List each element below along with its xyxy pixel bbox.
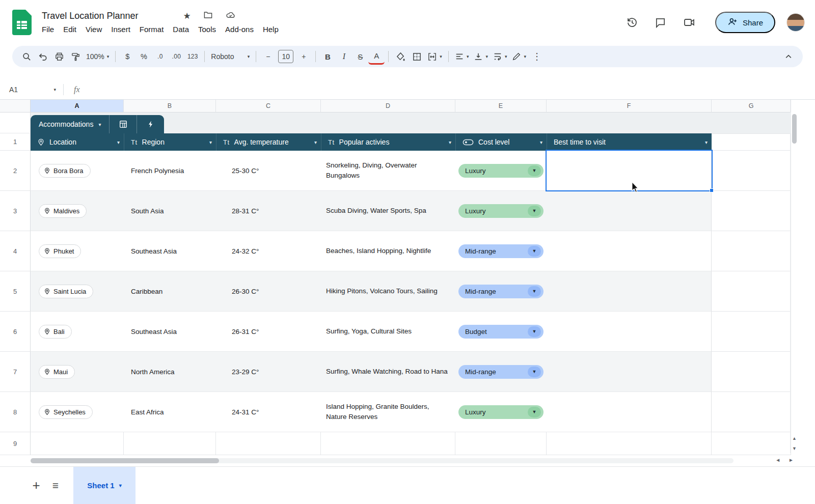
- cell-temperature[interactable]: 25-30 C°: [216, 151, 321, 191]
- sheets-logo-icon[interactable]: [12, 10, 32, 35]
- empty-cell[interactable]: [31, 432, 124, 455]
- all-sheets-icon[interactable]: ≡: [46, 467, 65, 504]
- cell-region[interactable]: Southeast Asia: [124, 231, 216, 271]
- vertical-scrollbar-thumb[interactable]: [792, 114, 797, 144]
- row-header-9[interactable]: 9: [0, 432, 31, 455]
- cell-best-time[interactable]: [547, 352, 712, 392]
- document-title[interactable]: Travel Location Planner: [42, 11, 138, 21]
- cell-col-g[interactable]: [712, 151, 791, 191]
- cell-activities[interactable]: Island Hopping, Granite Boulders, Nature…: [321, 392, 455, 432]
- location-chip[interactable]: Maui: [39, 365, 75, 379]
- table-header-avg-temperature[interactable]: TtAvg. temperature▾: [216, 133, 321, 151]
- table-header-best-time-to-visit[interactable]: Best time to visit▾: [547, 133, 712, 151]
- column-header-F[interactable]: F: [547, 100, 712, 113]
- menu-view[interactable]: View: [81, 24, 106, 35]
- row-header-7[interactable]: 7: [0, 352, 31, 392]
- row-header-4[interactable]: 4: [0, 231, 31, 271]
- empty-cell[interactable]: [547, 432, 712, 455]
- empty-cell[interactable]: [321, 432, 455, 455]
- share-button[interactable]: Share: [715, 12, 775, 33]
- location-chip[interactable]: Phuket: [39, 244, 81, 258]
- horizontal-align-button[interactable]: ▾: [452, 48, 472, 65]
- column-header-G[interactable]: G: [712, 100, 791, 113]
- cell-location[interactable]: Bali: [31, 312, 124, 352]
- header-row-col-g[interactable]: [712, 133, 791, 151]
- cell-location[interactable]: Seychelles: [31, 392, 124, 432]
- cell-location[interactable]: Saint Lucia: [31, 271, 124, 312]
- comments-icon[interactable]: [649, 11, 672, 34]
- cell-best-time[interactable]: [547, 271, 712, 312]
- vertical-align-button[interactable]: ▾: [471, 48, 491, 65]
- collapse-toolbar-icon[interactable]: [780, 48, 797, 65]
- cell-region[interactable]: North America: [124, 352, 216, 392]
- cost-level-dropdown[interactable]: Luxury ▼: [458, 164, 544, 178]
- row-header-5[interactable]: 5: [0, 271, 31, 312]
- cell-location[interactable]: Bora Bora: [31, 151, 124, 191]
- menu-tools[interactable]: Tools: [194, 24, 221, 35]
- cost-level-dropdown[interactable]: Luxury ▼: [458, 405, 544, 419]
- merge-cells-button[interactable]: ▾: [425, 48, 445, 65]
- bold-button[interactable]: B: [319, 48, 336, 65]
- cell-temperature[interactable]: 28-31 C°: [216, 191, 321, 231]
- empty-cell[interactable]: [455, 432, 547, 455]
- cell-region[interactable]: Southeast Asia: [124, 312, 216, 352]
- cost-level-dropdown[interactable]: Mid-range ▼: [458, 244, 544, 258]
- decrease-decimal-button[interactable]: .0: [152, 48, 168, 65]
- location-chip[interactable]: Seychelles: [39, 405, 93, 419]
- empty-cell[interactable]: [712, 432, 791, 455]
- cell-temperature[interactable]: 26-31 C°: [216, 312, 321, 352]
- cell-col-g[interactable]: [712, 352, 791, 392]
- menu-data[interactable]: Data: [168, 24, 194, 35]
- paint-format-icon[interactable]: [67, 48, 84, 65]
- menu-help[interactable]: Help: [258, 24, 283, 35]
- folder-icon[interactable]: [203, 10, 213, 22]
- cell-col-g[interactable]: [712, 271, 791, 312]
- table-header-cost-level[interactable]: Cost level▾: [455, 133, 547, 151]
- chevron-down-icon[interactable]: ▾: [449, 139, 451, 145]
- cell-best-time[interactable]: [547, 312, 712, 352]
- menu-insert[interactable]: Insert: [106, 24, 135, 35]
- cell-region[interactable]: French Polynesia: [124, 151, 216, 191]
- scroll-right-icon[interactable]: ►: [789, 457, 794, 463]
- zoom-select[interactable]: 100%▾: [84, 48, 112, 65]
- cell-best-time[interactable]: [547, 191, 712, 231]
- scroll-up-icon[interactable]: ▲: [792, 436, 797, 441]
- cell-temperature[interactable]: 24-32 C°: [216, 231, 321, 271]
- column-header-B[interactable]: B: [124, 100, 216, 113]
- pen-tool-button[interactable]: ▾: [509, 48, 529, 65]
- add-sheet-icon[interactable]: +: [26, 467, 46, 504]
- column-header-D[interactable]: D: [321, 100, 455, 113]
- empty-cell[interactable]: [216, 432, 321, 455]
- cell-region[interactable]: South Asia: [124, 191, 216, 231]
- cell-best-time[interactable]: [547, 392, 712, 432]
- text-color-button[interactable]: A: [368, 48, 385, 65]
- cell-best-time[interactable]: [547, 231, 712, 271]
- table-view-icon[interactable]: [109, 115, 137, 133]
- cell-region[interactable]: Caribbean: [124, 271, 216, 312]
- cell-cost-level[interactable]: Budget ▼: [455, 312, 547, 352]
- menu-file[interactable]: File: [37, 24, 59, 35]
- number-format-button[interactable]: 123: [184, 48, 201, 65]
- chevron-down-icon[interactable]: ▾: [209, 139, 212, 145]
- cell-col-g[interactable]: [712, 392, 791, 432]
- font-select[interactable]: Roboto▾: [208, 48, 252, 65]
- cell-best-time[interactable]: [547, 151, 712, 191]
- location-chip[interactable]: Maldives: [39, 204, 87, 218]
- increase-decimal-button[interactable]: .00: [168, 48, 184, 65]
- scroll-left-icon[interactable]: ◄: [775, 457, 780, 463]
- row-header-6[interactable]: 6: [0, 312, 31, 352]
- location-chip[interactable]: Bora Bora: [39, 164, 91, 178]
- cell-temperature[interactable]: 23-29 C°: [216, 352, 321, 392]
- sheet-tab-active[interactable]: Sheet 1 ▾: [73, 467, 135, 504]
- cell-activities[interactable]: Scuba Diving, Water Sports, Spa: [321, 191, 455, 231]
- cell-activities[interactable]: Hiking Pitons, Volcano Tours, Sailing: [321, 271, 455, 312]
- horizontal-scrollbar-thumb[interactable]: [31, 458, 219, 463]
- cell-temperature[interactable]: 24-31 C°: [216, 392, 321, 432]
- select-all-corner[interactable]: [0, 100, 31, 113]
- cost-level-dropdown[interactable]: Budget ▼: [458, 325, 544, 339]
- more-options-icon[interactable]: ⋮: [529, 48, 545, 65]
- increase-font-size-button[interactable]: +: [295, 48, 312, 65]
- cell-cost-level[interactable]: Luxury ▼: [455, 392, 547, 432]
- chevron-down-icon[interactable]: ▾: [540, 139, 542, 145]
- chevron-down-icon[interactable]: ▾: [314, 139, 317, 145]
